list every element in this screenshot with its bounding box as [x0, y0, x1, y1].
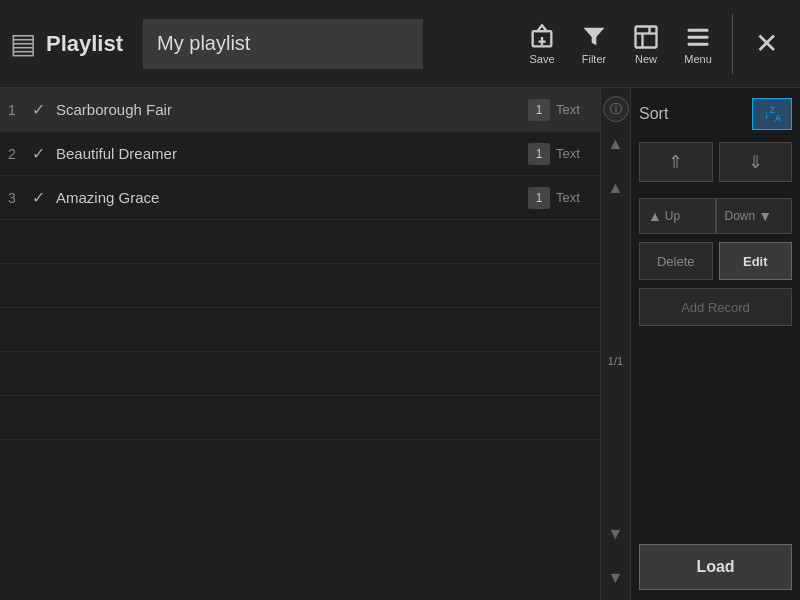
delete-button[interactable]: Delete — [639, 242, 713, 280]
nav-bottom-icon: ⇓ — [748, 151, 763, 173]
table-row[interactable]: 1 ✓ Scarborough Fair 1 Text — [0, 88, 600, 132]
table-row-empty — [0, 264, 600, 308]
toolbar: Save Filter New Menu ✕ — [518, 14, 790, 74]
row-number: 2 — [8, 146, 32, 162]
table-row-empty — [0, 220, 600, 264]
add-record-button[interactable]: Add Record — [639, 288, 792, 326]
row-check-icon: ✓ — [32, 100, 56, 119]
row-check-icon: ✓ — [32, 144, 56, 163]
info-button[interactable]: ⓘ — [603, 96, 629, 122]
save-button[interactable]: Save — [518, 17, 566, 71]
row-check-icon: ✓ — [32, 188, 56, 207]
close-button[interactable]: ✕ — [743, 21, 790, 66]
nav-row: ⇑ ⇓ — [639, 142, 792, 182]
load-button[interactable]: Load — [639, 544, 792, 590]
new-button[interactable]: New — [622, 17, 670, 71]
row-badge: 1 — [528, 99, 550, 121]
scroll-area: ⓘ ▲ ▲ 1/1 ▼ ▼ — [600, 88, 630, 600]
scroll-down-bottom-button[interactable]: ▼ — [604, 566, 628, 590]
table-row[interactable]: 2 ✓ Beautiful Dreamer 1 Text — [0, 132, 600, 176]
scroll-up-top-button[interactable]: ▲ — [604, 132, 628, 156]
page-info: 1/1 — [608, 200, 623, 522]
sort-za-button[interactable]: ↓ZA — [752, 98, 792, 130]
edit-button[interactable]: Edit — [719, 242, 793, 280]
table-row-empty — [0, 352, 600, 396]
up-button[interactable]: ▲ Up — [639, 198, 716, 234]
down-button[interactable]: Down ▼ — [716, 198, 793, 234]
up-label: Up — [665, 209, 680, 223]
sort-row: Sort ↓ZA — [639, 98, 792, 130]
down-chevron-icon: ▼ — [758, 208, 772, 224]
sort-label: Sort — [639, 105, 744, 123]
row-title: Scarborough Fair — [56, 101, 528, 118]
right-panel: Sort ↓ZA ⇑ ⇓ ▲ Up Down ▼ — [630, 88, 800, 600]
row-title: Amazing Grace — [56, 189, 528, 206]
page-title: Playlist — [46, 31, 123, 57]
row-type: Text — [556, 146, 592, 161]
row-title: Beautiful Dreamer — [56, 145, 528, 162]
main-content: 1 ✓ Scarborough Fair 1 Text 2 ✓ Beautifu… — [0, 88, 800, 600]
nav-bottom-button[interactable]: ⇓ — [719, 142, 793, 182]
row-number: 3 — [8, 190, 32, 206]
nav-top-button[interactable]: ⇑ — [639, 142, 713, 182]
playlist-panel: 1 ✓ Scarborough Fair 1 Text 2 ✓ Beautifu… — [0, 88, 600, 600]
row-type: Text — [556, 102, 592, 117]
top-bar: ▤ Playlist Save Filter New — [0, 0, 800, 88]
down-label: Down — [725, 209, 756, 223]
scroll-down-button[interactable]: ▼ — [604, 522, 628, 546]
row-type: Text — [556, 190, 592, 205]
svg-rect-8 — [688, 35, 709, 38]
svg-rect-7 — [688, 28, 709, 31]
save-label: Save — [529, 53, 554, 65]
menu-button[interactable]: Menu — [674, 17, 722, 71]
playlist-table: 1 ✓ Scarborough Fair 1 Text 2 ✓ Beautifu… — [0, 88, 600, 440]
nav-top-icon: ⇑ — [668, 151, 683, 173]
svg-rect-3 — [636, 26, 657, 47]
updown-row: ▲ Up Down ▼ — [639, 198, 792, 234]
table-row-empty — [0, 396, 600, 440]
row-number: 1 — [8, 102, 32, 118]
filter-label: Filter — [582, 53, 606, 65]
up-chevron-icon: ▲ — [648, 208, 662, 224]
playlist-name-input[interactable] — [143, 19, 423, 69]
menu-label: Menu — [684, 53, 712, 65]
row-badge: 1 — [528, 143, 550, 165]
row-badge: 1 — [528, 187, 550, 209]
playlist-icon: ▤ — [10, 27, 36, 60]
filter-button[interactable]: Filter — [570, 17, 618, 71]
scroll-up-button[interactable]: ▲ — [604, 176, 628, 200]
toolbar-divider — [732, 14, 733, 74]
action-row: Delete Edit — [639, 242, 792, 280]
table-row-empty — [0, 308, 600, 352]
svg-rect-9 — [688, 42, 709, 45]
sort-za-icon: ↓ZA — [763, 105, 781, 123]
table-row[interactable]: 3 ✓ Amazing Grace 1 Text — [0, 176, 600, 220]
new-label: New — [635, 53, 657, 65]
